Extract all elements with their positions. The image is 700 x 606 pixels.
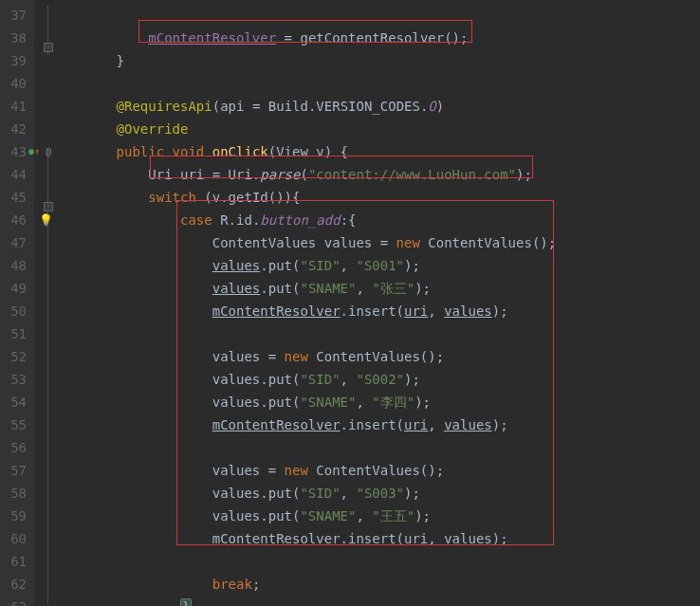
line-number: 61	[4, 550, 27, 573]
line-number: 49	[4, 277, 27, 300]
line-number: 57	[4, 459, 27, 482]
line-number: 51	[4, 322, 27, 345]
code-editor[interactable]: 3738394041424344454647484950515253545556…	[0, 0, 700, 606]
line-number: 52	[4, 345, 27, 368]
line-number: 48	[4, 254, 27, 277]
code-line[interactable]: public void onClick(View v) {	[68, 140, 700, 163]
code-line[interactable]: Uri uri = Uri.parse("content://www.LuoHu…	[68, 163, 700, 186]
code-line[interactable]: @Override	[68, 118, 700, 140]
line-number: 43	[4, 140, 27, 163]
code-line[interactable]: values.put("SID", "S001");	[68, 254, 700, 277]
code-line[interactable]: case R.id.button_add:{	[68, 209, 700, 231]
code-line[interactable]: mContentResolver = getContentResolver();	[68, 27, 700, 49]
code-line[interactable]: values = new ContentValues();	[68, 459, 700, 482]
code-line[interactable]: mContentResolver.insert(uri, values);	[68, 413, 700, 436]
fold-handle-icon[interactable]: -	[44, 43, 53, 52]
code-line[interactable]: switch (v.getId()){	[68, 186, 700, 209]
code-line[interactable]	[68, 436, 700, 459]
code-line[interactable]: values.put("SNAME", "李四");	[68, 391, 700, 413]
line-number: 37	[4, 4, 27, 27]
line-number: 53	[4, 368, 27, 391]
line-number: 58	[4, 482, 27, 505]
line-number: 59	[4, 505, 27, 527]
code-line[interactable]	[68, 72, 700, 95]
code-line[interactable]: values.put("SNAME", "张三");	[68, 277, 700, 300]
code-line[interactable]: }	[68, 596, 700, 606]
code-line[interactable]: mContentResolver.insert(uri, values);	[68, 527, 700, 550]
line-number: 40	[4, 72, 27, 95]
code-line[interactable]: mContentResolver.insert(uri, values);	[68, 300, 700, 322]
line-number: 38	[4, 27, 27, 49]
line-number: 41	[4, 95, 27, 118]
code-line[interactable]: values = new ContentValues();	[68, 345, 700, 368]
line-number: 46	[4, 209, 27, 231]
line-number: 45	[4, 186, 27, 209]
line-number: 62	[4, 573, 27, 596]
line-number: 50	[4, 300, 27, 322]
code-line[interactable]: break;	[68, 573, 700, 596]
line-number: 56	[4, 436, 27, 459]
code-area[interactable]: mContentResolver = getContentResolver();…	[61, 0, 700, 606]
code-line[interactable]	[68, 4, 700, 27]
override-gutter-icon[interactable]: ●↑ @	[28, 140, 51, 163]
line-number: 39	[4, 49, 27, 72]
code-line[interactable]: values.put("SID", "S002");	[68, 368, 700, 391]
fold-column[interactable]: - - 💡	[34, 0, 61, 606]
line-number: 55	[4, 413, 27, 436]
line-number: 63	[4, 596, 27, 606]
line-number: 44	[4, 163, 27, 186]
code-line[interactable]: ContentValues values = new ContentValues…	[68, 231, 700, 254]
code-line[interactable]: }	[68, 49, 700, 72]
intention-bulb-icon[interactable]: 💡	[39, 209, 53, 231]
line-number: 47	[4, 231, 27, 254]
code-line[interactable]: values.put("SNAME", "王五");	[68, 505, 700, 527]
code-line[interactable]	[68, 322, 700, 345]
code-line[interactable]	[68, 550, 700, 573]
line-number: 60	[4, 527, 27, 550]
code-line[interactable]: values.put("SID", "S003");	[68, 482, 700, 505]
code-line[interactable]: @RequiresApi(api = Build.VERSION_CODES.O…	[68, 95, 700, 118]
line-number-gutter: 3738394041424344454647484950515253545556…	[0, 0, 34, 606]
line-number: 54	[4, 391, 27, 413]
line-number: 42	[4, 118, 27, 140]
